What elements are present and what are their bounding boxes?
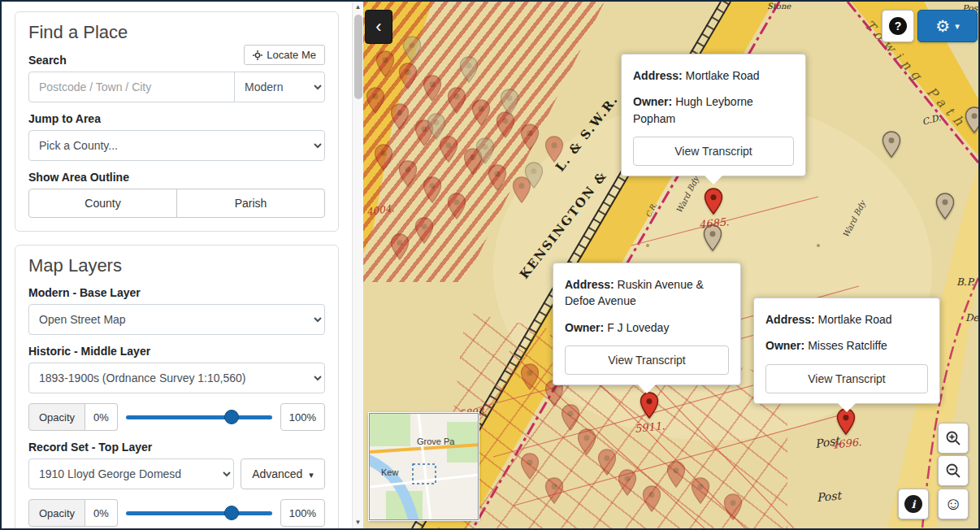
advanced-label: Advanced: [252, 467, 302, 480]
historic-layer-label: Historic - Middle Layer: [28, 345, 325, 358]
info-icon: i: [904, 495, 922, 513]
map-marker-faded: [597, 449, 617, 476]
address-label: Address:: [565, 278, 614, 291]
map-marker-faded: [520, 124, 540, 150]
owner-label: Owner:: [565, 321, 604, 334]
opacity-min-label: 0%: [85, 403, 118, 431]
advanced-button[interactable]: Advanced ▾: [241, 458, 325, 489]
map-marker-faded: [375, 50, 395, 77]
search-mode-select[interactable]: Modern: [234, 72, 325, 102]
map-marker-faded-grey: [524, 162, 544, 189]
historic-opacity-slider[interactable]: [126, 415, 272, 419]
question-mark-icon: ?: [889, 17, 907, 35]
chevron-left-icon: ‹: [375, 16, 381, 37]
record-opacity-control: Opacity 0% 100%: [28, 499, 325, 527]
map-marker-red[interactable]: [640, 392, 659, 419]
map-marker-faded: [488, 164, 507, 191]
map-marker-faded: [366, 87, 385, 114]
scroll-up-arrow[interactable]: ▲: [355, 2, 362, 13]
map-marker-faded: [471, 99, 491, 126]
historic-opacity-control: Opacity 0% 100%: [28, 403, 325, 431]
minimap-place-label: Grove Pa: [417, 437, 454, 446]
view-transcript-button[interactable]: View Transcript: [633, 137, 794, 166]
map-marker-red[interactable]: [836, 408, 856, 435]
map-parcel-number: 5911.: [634, 419, 666, 435]
map-marker-grey[interactable]: [935, 193, 955, 219]
map-marker-faded: [390, 103, 410, 130]
locate-me-label: Locate Me: [267, 49, 316, 61]
opacity-button-2[interactable]: Opacity: [28, 499, 85, 527]
map-marker-faded-grey: [500, 89, 519, 115]
map-marker-faded: [447, 87, 466, 114]
map-marker-red[interactable]: [704, 188, 723, 215]
map-marker-faded-grey: [475, 137, 495, 164]
map-marker-faded-grey: [459, 56, 479, 83]
map-marker-faded: [374, 144, 393, 171]
overview-minimap[interactable]: Grove PaKew: [369, 413, 479, 520]
map-parcel-number: 4685.: [698, 215, 730, 231]
map-popup-ruskin-avenue: Address: Ruskin Avenue & Defoe Avenue Ow…: [553, 263, 741, 385]
view-transcript-button[interactable]: View Transcript: [565, 345, 729, 375]
county-select[interactable]: Pick a County...: [28, 130, 325, 161]
feedback-button[interactable]: ☺: [938, 489, 969, 519]
map-marker-faded: [544, 477, 564, 504]
record-opacity-slider[interactable]: [126, 511, 272, 515]
area-outline-button-group: County Parish: [28, 189, 325, 218]
map-marker-grey[interactable]: [965, 106, 978, 133]
map-marker-faded: [723, 493, 743, 520]
help-button[interactable]: ?: [882, 10, 914, 42]
historic-layer-select[interactable]: 1893-1900s (Ordnance Survey 1:10,560): [28, 363, 325, 393]
map-popup-mortlake-road-1: Address: Mortlake Road Owner: Hugh Leybo…: [621, 54, 806, 176]
address-value: Mortlake Road: [686, 69, 760, 82]
map-marker-faded: [520, 363, 540, 390]
map-marker-faded: [423, 176, 442, 203]
locate-me-button[interactable]: Locate Me: [244, 45, 325, 65]
owner-label: Owner:: [765, 339, 804, 352]
map-marker-faded: [414, 217, 434, 244]
opacity-max-label: 100%: [280, 403, 325, 431]
map-marker-faded: [423, 75, 442, 102]
address-label: Address:: [765, 313, 815, 326]
sidebar-collapse-button[interactable]: ‹: [365, 10, 392, 44]
base-layer-select[interactable]: Open Street Map: [28, 304, 325, 335]
map-marker-grey[interactable]: [882, 131, 901, 158]
map-marker-faded: [577, 428, 596, 455]
owner-value: Misses Ratcliffe: [808, 339, 887, 352]
map-marker-faded: [666, 461, 686, 488]
map-marker-faded: [618, 469, 637, 496]
address-value: Mortlake Road: [818, 313, 892, 326]
address-label: Address:: [633, 69, 683, 82]
sidebar-scrollbar[interactable]: ▲ ▼: [352, 2, 363, 528]
smiley-icon: ☺: [944, 495, 962, 513]
map-marker-faded: [691, 477, 710, 504]
gear-icon: ⚙: [935, 18, 950, 34]
map-marker-faded: [642, 485, 661, 512]
map-layers-panel: Map Layers Modern - Base Layer Open Stre…: [15, 245, 339, 528]
parish-outline-button[interactable]: Parish: [176, 189, 325, 218]
record-set-select[interactable]: 1910 Lloyd George Domesd: [28, 458, 234, 489]
scrollbar-thumb[interactable]: [354, 15, 362, 99]
search-input[interactable]: [28, 72, 235, 102]
scroll-down-arrow[interactable]: ▼: [355, 517, 362, 528]
app-window: Find a Place Search Locate Me Modern Jum…: [0, 0, 980, 530]
map-popup-mortlake-road-2: Address: Mortlake Road Owner: Misses Rat…: [753, 298, 940, 404]
map-marker-faded: [398, 63, 418, 89]
magnifier-minus-icon: [945, 463, 961, 479]
opacity-button[interactable]: Opacity: [28, 403, 85, 431]
zoom-in-button[interactable]: [938, 423, 969, 454]
map-marker-faded: [544, 136, 564, 163]
zoom-out-button[interactable]: [938, 455, 969, 486]
map-marker-faded: [520, 453, 540, 480]
opacity-max-label-2: 100%: [280, 499, 325, 527]
map-canvas[interactable]: L. & S.W.R.KENSINGTON &Ward BdyWard BdyC…: [363, 2, 978, 528]
county-outline-button[interactable]: County: [28, 189, 177, 218]
base-layer-label: Modern - Base Layer: [28, 286, 325, 299]
map-marker-faded: [398, 160, 418, 187]
magnifier-plus-icon: [945, 430, 961, 446]
map-marker-faded-grey: [427, 113, 446, 140]
info-button[interactable]: i: [898, 489, 929, 519]
map-marker-faded: [390, 233, 410, 260]
view-transcript-button[interactable]: View Transcript: [765, 364, 928, 393]
settings-dropdown-button[interactable]: ⚙ ▾: [917, 10, 978, 42]
find-a-place-panel: Find a Place Search Locate Me Modern Jum…: [15, 11, 339, 232]
